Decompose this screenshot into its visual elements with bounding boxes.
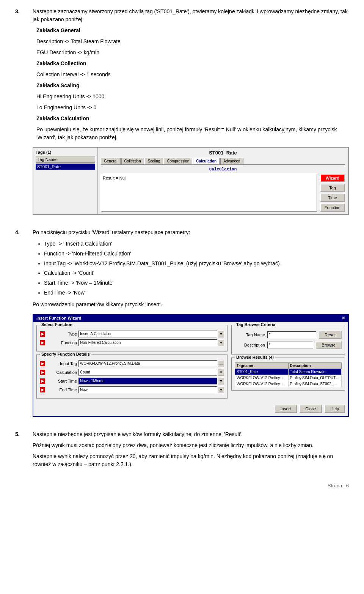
tab-calculation[interactable]: Calculation [193, 158, 220, 164]
desc-egu: EGU Description -> kg/min [36, 49, 349, 57]
table-row[interactable]: WORKFLOW-V12.Proficy.SIM.Data_S... Profi… [235, 381, 342, 387]
close-button[interactable]: Close [299, 405, 322, 413]
table-row[interactable]: WORKFLOW-V12.Proficy.SIM.Data_O... Profi… [235, 375, 342, 381]
section-5-para3: Następnie wynik należy pomnożyć przez 20… [33, 452, 349, 468]
dialog-right: Tag Browse Criteria Tag Name * Reset Des… [231, 325, 345, 402]
table-row[interactable]: ST001_Rate Total Steam Flowrate [235, 369, 342, 375]
bullet-input-tag: Input Tag -> 'Workflow-V12.Proficy.SIM.D… [44, 259, 349, 268]
start-time-input[interactable]: Now - 1Minute [78, 378, 217, 384]
wizard-button[interactable]: Wizard [320, 174, 345, 182]
bullet-function: Function -> 'Non-Filtered Calculation' [44, 249, 349, 258]
section-3-details: Zakładka General Description -> Total St… [36, 27, 349, 142]
tag-browse-criteria-label: Tag Browse Criteria [235, 322, 277, 327]
input-tag-row: ▶ Input Tag WORKFLOW-V12.Proficy.SIM.Dat… [40, 360, 224, 367]
browse-results-group: Browse Results (4) Tagname Description [231, 358, 345, 391]
tag-button[interactable]: Tag [320, 184, 345, 192]
desc-hi-eng: Hi Engineering Units -> 1000 [36, 93, 349, 101]
function-row: ▶ Function Non-Filtered Calculation ▼ [40, 339, 224, 346]
select-function-group: Select Function ▶ Type Insert A Calculat… [36, 325, 228, 351]
tag-browse-content: Tag Name * Reset Description * Browse [235, 331, 342, 349]
help-button[interactable]: Help [324, 405, 345, 413]
footer-text: Strona | 6 [328, 483, 349, 488]
page-content: 3. Następnie zaznaczamy stworzony przed … [15, 8, 349, 488]
start-time-arrow-icon: ▶ [40, 378, 45, 384]
tab-general[interactable]: General [101, 158, 121, 164]
input-tag-input-group: WORKFLOW-V12.Proficy.SIM.Data … [78, 360, 224, 367]
section-5-body: Następnie niezbędne jest przypisanie wyn… [33, 430, 349, 471]
tab-collection[interactable]: Collection [121, 158, 144, 164]
start-time-row: ▶ Start Time Now - 1Minute ▼ [40, 378, 224, 384]
bullet-calculation: Calculation -> 'Count' [44, 269, 349, 278]
section-3-intro: Następnie zaznaczamy stworzony przed chw… [33, 8, 349, 24]
insert-function-wizard-dialog: Insert Function Wizard ✕ Select Function… [33, 314, 349, 417]
zakładka-general-label: Zakładka General [36, 27, 349, 35]
dialog-body: Select Function ▶ Type Insert A Calculat… [33, 322, 348, 405]
input-tag-input[interactable]: WORKFLOW-V12.Proficy.SIM.Data [78, 360, 217, 367]
description-row: Description * Browse [235, 341, 342, 349]
bullet-type: Type -> ' Insert a Calculation' [44, 239, 349, 249]
section-3: 3. Następnie zaznaczamy stworzony przed … [15, 8, 349, 222]
tag-col-header: Tag Name [36, 156, 95, 163]
screenshot-inner: Tags (1) Tag Name ST001_Rate ST001_Rate … [33, 148, 348, 214]
input-tag-label: Input Tag [47, 361, 77, 366]
tag-item: ST001_Rate [36, 164, 95, 170]
end-time-dropdown-btn[interactable]: ▼ [218, 386, 224, 393]
col-description: Description [288, 362, 342, 369]
calc-section: Result = Null Wizard Tag Time Function [101, 174, 345, 212]
tab-advanced[interactable]: Advanced [220, 158, 243, 164]
bullet-start-time: Start Time -> 'Now – 1Minute' [44, 279, 349, 288]
dialog-bottom-buttons: Insert Close Help [33, 405, 348, 416]
type-input[interactable]: Insert A Calculation [78, 331, 217, 337]
col-tagname: Tagname [235, 362, 289, 369]
end-time-input[interactable]: Now [78, 386, 217, 393]
result-desc-3: Proficy.SIM.Data_ST002_Rate [288, 381, 342, 387]
zakładka-collection-label: Zakładka Collection [36, 60, 349, 68]
description-browse-input[interactable]: * [267, 342, 313, 348]
page-footer: Strona | 6 [15, 483, 349, 488]
calc-area[interactable]: Result = Null [101, 174, 317, 212]
result-tagname-2: WORKFLOW-V12.Proficy.SIM.Data_O... [235, 375, 289, 381]
tag-props: ST001_Rate General Collection Scaling Co… [98, 148, 348, 214]
calculation-arrow-icon: ▶ [40, 370, 45, 375]
function-label: Function [47, 340, 77, 345]
input-tag-btn[interactable]: … [218, 360, 224, 367]
tag-browse-criteria-group: Tag Browse Criteria Tag Name * Reset Des… [231, 325, 345, 355]
dialog-titlebar: Insert Function Wizard ✕ [33, 315, 348, 322]
browse-button[interactable]: Browse [315, 341, 342, 349]
calculation-row: ▶ Calculation Count ▼ [40, 369, 224, 376]
function-input[interactable]: Non-Filtered Calculation [78, 339, 217, 346]
start-time-dropdown-btn[interactable]: ▼ [218, 378, 224, 384]
function-button[interactable]: Function [320, 203, 345, 212]
reset-button[interactable]: Reset [318, 331, 342, 339]
calculation-input-group: Count ▼ [78, 369, 224, 376]
section-4: 4. Po naciśnięciu przycisku 'Wizard' ust… [15, 228, 349, 424]
dialog-close-icon[interactable]: ✕ [342, 316, 345, 321]
dialog-title: Insert Function Wizard [36, 316, 81, 320]
type-dropdown-btn[interactable]: ▼ [218, 331, 224, 337]
type-input-group: Insert A Calculation ▼ [78, 331, 224, 337]
tags-panel: Tags (1) Tag Name ST001_Rate [33, 148, 98, 214]
desc-lo-eng: Lo Engineering Units -> 0 [36, 104, 349, 112]
calculation-section-label: Calculation [101, 167, 345, 172]
function-dropdown-btn[interactable]: ▼ [218, 339, 224, 346]
desc-description: Description -> Total Steam Flowrate [36, 38, 349, 46]
zakładka-scaling-label: Zakładka Scaling [36, 82, 349, 90]
type-row: ▶ Type Insert A Calculation ▼ [40, 331, 224, 337]
select-function-label: Select Function [40, 322, 74, 327]
end-time-input-group: Now ▼ [78, 386, 224, 393]
insert-button[interactable]: Insert [275, 405, 297, 413]
section-4-outro: Po wprowadzeniu parametrów klikamy przyc… [33, 301, 349, 309]
section-4-bullets: Type -> ' Insert a Calculation' Function… [44, 239, 349, 298]
calculation-dropdown-btn[interactable]: ▼ [218, 369, 224, 376]
time-button[interactable]: Time [320, 194, 345, 202]
section-3-number: 3. [15, 8, 27, 222]
tab-compression[interactable]: Compression [164, 158, 192, 164]
result-tagname-3: WORKFLOW-V12.Proficy.SIM.Data_S... [235, 381, 289, 387]
tag-name-browse-label: Tag Name [235, 332, 265, 337]
bullet-end-time: EndTime -> 'Now' [44, 288, 349, 298]
calc-buttons: Wizard Tag Time Function [320, 174, 345, 212]
start-time-input-group: Now - 1Minute ▼ [78, 378, 224, 384]
tab-scaling[interactable]: Scaling [145, 158, 163, 164]
tag-name-browse-input[interactable]: * [267, 331, 316, 338]
calculation-input[interactable]: Count [78, 369, 217, 376]
